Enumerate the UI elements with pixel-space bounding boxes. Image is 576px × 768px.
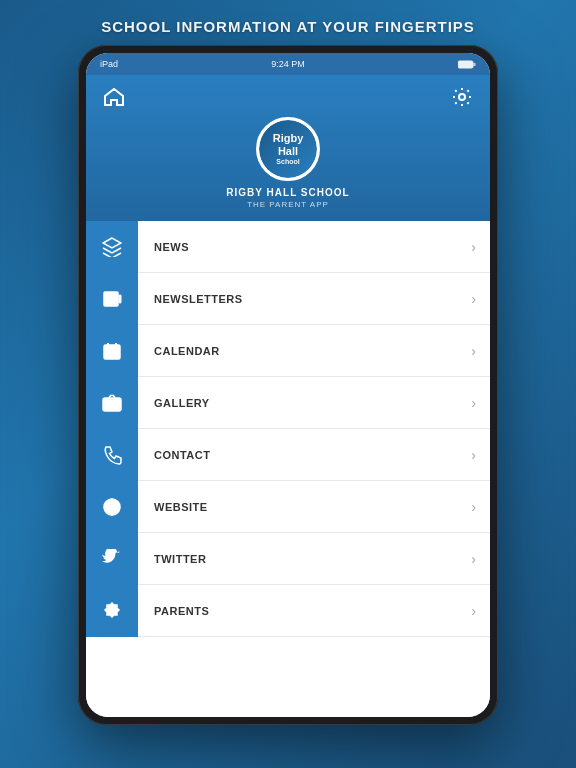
status-battery [458,60,476,69]
menu-label-twitter: TWITTER [138,553,471,565]
menu-item-news[interactable]: NEWS › [86,221,490,273]
logo-line3: School [276,158,299,166]
menu-item-website[interactable]: WEBSITE › [86,481,490,533]
layers-icon [86,221,138,273]
menu-item-gallery[interactable]: GALLERY › [86,377,490,429]
svg-rect-4 [119,295,121,303]
chevron-right-icon: › [471,395,490,411]
menu-label-calendar: CALENDAR [138,345,471,357]
svg-rect-0 [458,61,473,68]
menu-label-contact: CONTACT [138,449,471,461]
school-subtitle: THE PARENT APP [247,200,329,209]
status-bar: iPad 9:24 PM [86,53,490,75]
chevron-right-icon: › [471,499,490,515]
status-time: 9:24 PM [271,59,305,69]
menu-label-gallery: GALLERY [138,397,471,409]
menu-item-calendar[interactable]: CALENDAR › [86,325,490,377]
chevron-right-icon: › [471,291,490,307]
calendar-icon [86,325,138,377]
phone-icon [86,429,138,481]
menu-label-website: WEBSITE [138,501,471,513]
settings-button[interactable] [448,83,476,111]
svg-point-13 [109,401,116,408]
chevron-right-icon: › [471,239,490,255]
status-device: iPad [100,59,118,69]
menu-list: NEWS › NEWSLETTERS › CALENDAR › GALLERY … [86,221,490,717]
chevron-right-icon: › [471,447,490,463]
menu-label-news: NEWS [138,241,471,253]
twitter-icon [86,533,138,585]
school-name: RIGBY HALL SCHOOL [226,187,349,198]
svg-rect-1 [473,63,475,66]
svg-point-2 [459,94,465,100]
header-icons-row [100,83,476,111]
chevron-right-icon: › [471,551,490,567]
menu-item-contact[interactable]: CONTACT › [86,429,490,481]
svg-rect-8 [104,345,120,359]
tablet-frame: iPad 9:24 PM [78,45,498,725]
globe-icon [86,481,138,533]
logo-line2: Hall [278,145,298,158]
menu-label-parents: PARENTS [138,605,471,617]
camera-icon [86,377,138,429]
logo-area: Rigby Hall School RIGBY HALL SCHOOL THE … [226,117,349,209]
tablet-screen: iPad 9:24 PM [86,53,490,717]
newspaper-icon [86,273,138,325]
chevron-right-icon: › [471,343,490,359]
home-button[interactable] [100,83,128,111]
menu-item-twitter[interactable]: TWITTER › [86,533,490,585]
school-logo: Rigby Hall School [256,117,320,181]
logo-inner: Rigby Hall School [259,120,317,178]
logo-line1: Rigby [273,132,304,145]
menu-item-newsletters[interactable]: NEWSLETTERS › [86,273,490,325]
page-title: SCHOOL INFORMATION AT YOUR FINGERTIPS [81,0,495,45]
check-badge-icon [86,585,138,637]
chevron-right-icon: › [471,603,490,619]
app-header: Rigby Hall School RIGBY HALL SCHOOL THE … [86,75,490,221]
menu-item-parents[interactable]: PARENTS › [86,585,490,637]
menu-label-newsletters: NEWSLETTERS [138,293,471,305]
